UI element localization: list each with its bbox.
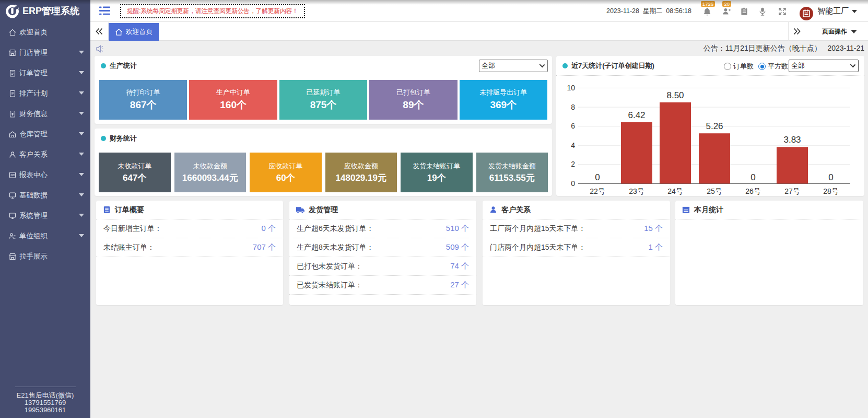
svg-text:8: 8 [571,103,575,111]
svg-text:8.50: 8.50 [666,90,684,100]
svg-text:27号: 27号 [784,187,800,195]
svg-text:5.26: 5.26 [706,121,723,131]
svg-text:0: 0 [595,172,600,182]
svg-text:22号: 22号 [590,187,605,195]
svg-text:6.42: 6.42 [628,110,645,120]
svg-text:24号: 24号 [667,187,683,195]
svg-text:23号: 23号 [629,187,644,195]
svg-text:6: 6 [571,122,575,130]
svg-text:2: 2 [571,160,575,168]
svg-text:25号: 25号 [707,187,722,195]
svg-text:28号: 28号 [823,187,839,195]
svg-text:10: 10 [567,84,575,92]
svg-text:0: 0 [750,172,755,182]
svg-text:26号: 26号 [745,187,761,195]
svg-text:0: 0 [571,179,575,188]
svg-text:4: 4 [571,141,575,149]
svg-text:3.83: 3.83 [783,135,801,145]
svg-text:0: 0 [828,172,833,182]
